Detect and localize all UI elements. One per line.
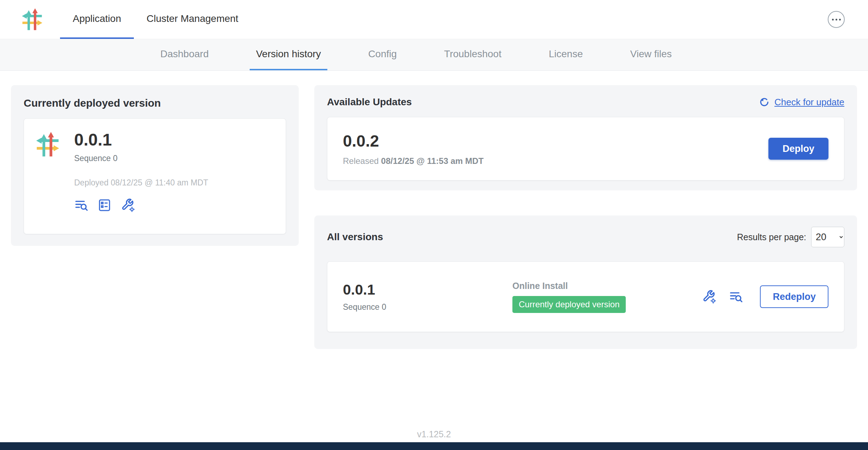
version-row-actions: Redeploy	[702, 285, 828, 308]
row-version-sequence: Sequence 0	[343, 302, 512, 312]
header-tabs: Application Cluster Management	[60, 0, 251, 39]
redeploy-button[interactable]: Redeploy	[760, 285, 828, 308]
subnav-item-view-files[interactable]: View files	[624, 39, 678, 70]
main-content: Currently deployed version 0.0.1 Sequenc…	[0, 71, 868, 450]
install-type-label: Online Install	[512, 281, 702, 291]
tab-cluster-management[interactable]: Cluster Management	[134, 0, 251, 39]
app-logo-icon	[20, 8, 44, 31]
subnav-item-version-history[interactable]: Version history	[250, 39, 327, 70]
deploy-logs-icon[interactable]	[74, 198, 88, 212]
deploy-button[interactable]: Deploy	[768, 138, 828, 160]
preflight-checks-icon[interactable]	[97, 198, 112, 212]
tab-application[interactable]: Application	[60, 0, 134, 39]
row-version-number: 0.0.1	[343, 282, 512, 298]
bottom-bar	[0, 442, 868, 450]
console-version-label: v1.125.2	[0, 429, 868, 439]
check-for-update-link[interactable]: Check for update	[759, 96, 844, 108]
results-per-page-select[interactable]: 20	[811, 227, 844, 247]
currently-deployed-panel: 0.0.1 Sequence 0 Deployed 08/12/25 @ 11:…	[24, 118, 286, 234]
currently-deployed-title: Currently deployed version	[24, 97, 286, 109]
subnav-item-dashboard[interactable]: Dashboard	[154, 39, 215, 70]
app-logo-icon	[35, 131, 61, 158]
all-versions-card: All versions Results per page: 20 0.0.1 …	[314, 215, 857, 349]
app-header: Application Cluster Management	[0, 0, 868, 39]
config-icon[interactable]	[702, 290, 716, 304]
all-versions-title: All versions	[327, 231, 383, 243]
available-update-row: 0.0.2 Released 08/12/25 @ 11:53 am MDT D…	[327, 117, 844, 180]
currently-deployed-badge: Currently deployed version	[512, 296, 626, 313]
available-updates-card: Available Updates Check for update 0.0.2…	[314, 85, 857, 190]
current-version-actions	[74, 198, 208, 212]
update-released-date: Released 08/12/25 @ 11:53 am MDT	[343, 156, 483, 166]
subnav-item-license[interactable]: License	[542, 39, 589, 70]
deploy-logs-icon[interactable]	[729, 290, 743, 304]
version-row-info: 0.0.1 Sequence 0	[343, 282, 512, 312]
overflow-menu-button[interactable]	[828, 11, 845, 28]
app-subnav: Dashboard Version history Config Trouble…	[0, 39, 868, 71]
config-icon[interactable]	[121, 198, 135, 212]
version-row: 0.0.1 Sequence 0 Online Install Currentl…	[327, 261, 844, 332]
tab-cluster-management-label: Cluster Management	[147, 13, 238, 24]
tab-application-label: Application	[73, 13, 121, 24]
available-updates-header: Available Updates Check for update	[327, 96, 844, 108]
results-per-page-label: Results per page:	[737, 232, 806, 242]
all-versions-header: All versions Results per page: 20	[327, 227, 844, 247]
subnav-item-config[interactable]: Config	[362, 39, 403, 70]
current-version-sequence: Sequence 0	[74, 154, 208, 163]
update-version-number: 0.0.2	[343, 131, 483, 150]
available-updates-title: Available Updates	[327, 96, 412, 108]
current-version-number: 0.0.1	[74, 130, 208, 149]
refresh-icon	[759, 96, 770, 108]
current-version-info: 0.0.1 Sequence 0 Deployed 08/12/25 @ 11:…	[74, 130, 208, 223]
current-version-deployed-date: Deployed 08/12/25 @ 11:40 am MDT	[74, 178, 208, 188]
update-info: 0.0.2 Released 08/12/25 @ 11:53 am MDT	[343, 131, 483, 166]
version-row-status: Online Install Currently deployed versio…	[512, 281, 702, 313]
ellipsis-icon	[832, 19, 834, 20]
currently-deployed-card: Currently deployed version 0.0.1 Sequenc…	[11, 85, 299, 246]
check-for-update-label: Check for update	[774, 97, 844, 108]
subnav-item-troubleshoot[interactable]: Troubleshoot	[438, 39, 508, 70]
results-per-page: Results per page: 20	[737, 227, 844, 247]
